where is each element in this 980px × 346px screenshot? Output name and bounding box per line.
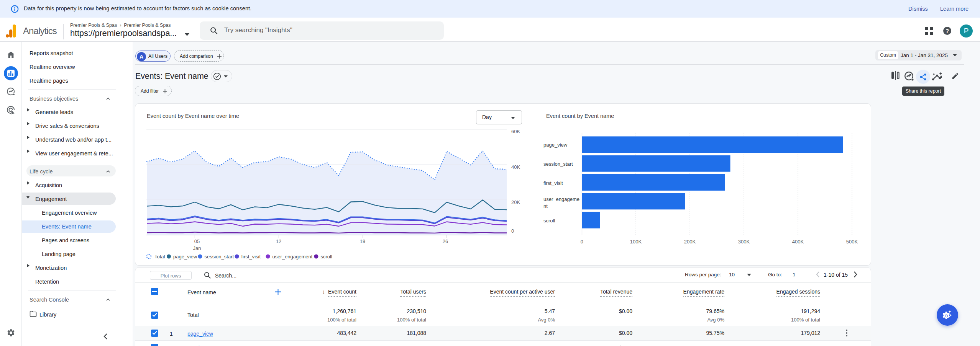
svg-text:0: 0 (511, 228, 514, 234)
svg-text:scroll: scroll (321, 254, 332, 260)
svg-text:20K: 20K (511, 199, 520, 205)
svg-text:Total: Total (154, 254, 165, 260)
svg-text:page_view: page_view (543, 142, 568, 148)
svg-text:26: 26 (443, 238, 448, 244)
svg-text:user_engagement: user_engagement (272, 254, 313, 260)
svg-text:session_start: session_start (543, 161, 573, 167)
svg-text:400K: 400K (792, 239, 804, 245)
svg-text:session_start: session_start (205, 254, 234, 260)
svg-text:19: 19 (360, 238, 365, 244)
svg-text:12: 12 (276, 238, 281, 244)
svg-text:40K: 40K (511, 164, 520, 170)
svg-text:first_visit: first_visit (543, 180, 563, 186)
svg-text:user_engageme: user_engageme (543, 196, 579, 202)
svg-text:60K: 60K (511, 129, 520, 134)
svg-text:0: 0 (580, 239, 583, 245)
svg-text:05: 05 (194, 238, 200, 244)
svg-text:first_visit: first_visit (241, 254, 261, 260)
svg-text:200K: 200K (684, 239, 696, 245)
svg-text:300K: 300K (738, 239, 750, 245)
svg-text:500K: 500K (846, 239, 858, 245)
svg-text:page_view: page_view (173, 254, 197, 260)
svg-text:Jan: Jan (193, 245, 201, 251)
svg-text:scroll: scroll (543, 218, 555, 224)
svg-text:100K: 100K (630, 239, 642, 245)
svg-text:nt: nt (543, 203, 548, 209)
